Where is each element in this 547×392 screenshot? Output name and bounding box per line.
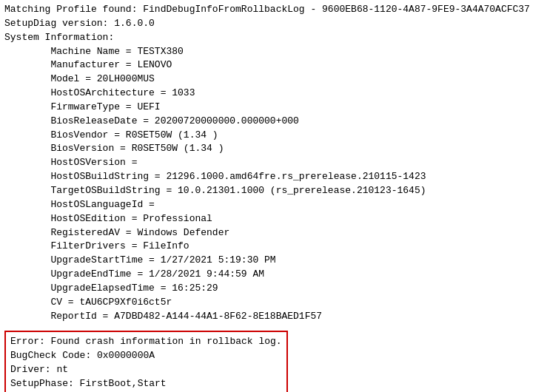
- info-line-19: UpgradeElapsedTime = 16:25:29: [4, 282, 543, 296]
- matching-profile-line: Matching Profile found: FindDebugInfoFro…: [4, 3, 543, 17]
- info-line-10: HostOSVersion =: [4, 156, 543, 170]
- info-line-2: Machine Name = TESTX380: [4, 45, 543, 59]
- info-line-3: Manufacturer = LENOVO: [4, 58, 543, 72]
- info-line-7: BiosReleaseDate = 20200720000000.000000+…: [4, 115, 543, 129]
- info-line-1: System Information:: [4, 31, 543, 45]
- main-content: Matching Profile found: FindDebugInfoFro…: [0, 0, 547, 392]
- info-line-20: CV = tAU6CP9Xf0i6ct5r: [4, 296, 543, 310]
- info-line-21: ReportId = A7DBD482-A144-44A1-8F62-8E18B…: [4, 310, 543, 324]
- error-box: Error: Found crash information in rollba…: [4, 331, 288, 392]
- info-line-12: TargetOSBuildString = 10.0.21301.1000 (r…: [4, 184, 543, 198]
- error-line-2: Driver: nt: [10, 363, 282, 377]
- info-lines: SetupDiag version: 1.6.0.0System Informa…: [4, 17, 543, 324]
- info-line-17: UpgradeStartTime = 1/27/2021 5:19:30 PM: [4, 254, 543, 268]
- info-line-5: HostOSArchitecture = 1033: [4, 87, 543, 101]
- info-line-18: UpgradeEndTime = 1/28/2021 9:44:59 AM: [4, 268, 543, 282]
- info-line-13: HostOSLanguageId =: [4, 198, 543, 212]
- info-line-0: SetupDiag version: 1.6.0.0: [4, 17, 543, 31]
- error-lines: Error: Found crash information in rollba…: [10, 335, 282, 391]
- info-line-11: HostOSBuildString = 21296.1000.amd64fre.…: [4, 170, 543, 184]
- info-line-16: FilterDrivers = FileInfo: [4, 240, 543, 254]
- info-line-15: RegisteredAV = Windows Defender: [4, 226, 543, 240]
- info-line-8: BiosVendor = R0SET50W (1.34 ): [4, 129, 543, 143]
- info-line-9: BiosVersion = R0SET50W (1.34 ): [4, 142, 543, 156]
- info-line-6: FirmwareType = UEFI: [4, 101, 543, 115]
- error-line-3: SetupPhase: FirstBoot,Start: [10, 377, 282, 391]
- error-line-0: Error: Found crash information in rollba…: [10, 335, 282, 349]
- info-line-4: Model = 20LH000MUS: [4, 72, 543, 87]
- info-line-14: HostOSEdition = Professional: [4, 212, 543, 226]
- error-line-1: BugCheck Code: 0x0000000A: [10, 349, 282, 363]
